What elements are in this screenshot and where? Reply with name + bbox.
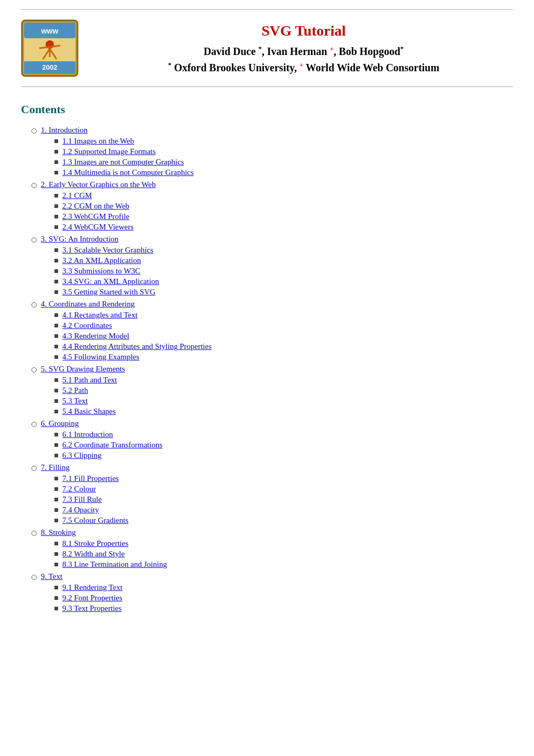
toc-sub-item-6-1: 6.1 Introduction [54,430,513,439]
toc-item-3: 3. SVG: An Introduction 3.1 Scalable Vec… [31,235,513,297]
toc-link-8-3[interactable]: 8.3 Line Termination and Joining [62,560,167,569]
toc-link-5-4[interactable]: 5.4 Basic Shapes [62,407,116,416]
author-sep1: , Ivan Herman [262,46,330,57]
toc-link-2-2[interactable]: 2.2 CGM on the Web [62,202,129,211]
toc-link-3[interactable]: 3. SVG: An Introduction [41,235,118,244]
toc-link-3-5[interactable]: 3.5 Getting Started with SVG [62,288,155,297]
square-icon [54,552,58,556]
toc-link-3-4[interactable]: 3.4 SVG: an XML Application [62,277,159,286]
toc-link-9-3[interactable]: 9.3 Text Properties [62,604,121,613]
toc-link-2[interactable]: 2. Early Vector Graphics on the Web [41,180,155,189]
toc-link-1[interactable]: 1. Introduction [41,126,87,135]
toc-link-3-1[interactable]: 3.1 Scalable Vector Graphics [62,246,153,255]
toc-link-7[interactable]: 7. Filling [41,463,70,472]
toc-sub-item-9-1: 9.1 Rendering Text [54,583,513,592]
circle-icon-7 [31,466,37,471]
circle-icon-9 [31,575,37,580]
toc-sub-item-8-1: 8.1 Stroke Properties [54,539,513,548]
author1-name: David Duce [204,46,258,57]
toc-sub-item-1-2: 1.2 Supported Image Formats [54,147,513,156]
toc-item-8: 8. Stroking 8.1 Stroke Properties 8.2 Wi… [31,528,513,569]
toc-link-5-1[interactable]: 5.1 Path and Text [62,376,117,385]
square-icon [54,519,58,522]
toc-link-6-3[interactable]: 6.3 Clipping [62,451,102,460]
toc-sub-item-3-4: 3.4 SVG: an XML Application [54,277,513,286]
toc-link-7-1[interactable]: 7.1 Fill Properties [62,474,119,483]
toc-link-6-2[interactable]: 6.2 Coordinate Transformations [62,441,162,450]
toc-link-5-3[interactable]: 5.3 Text [62,397,88,406]
author3-sup: * [400,45,404,52]
toc-sub-1: 1.1 Images on the Web 1.2 Supported Imag… [54,137,513,177]
toc-sub-item-2-3: 2.3 WebCGM Profile [54,212,513,221]
toc-link-4[interactable]: 4. Coordinates and Rendering [41,300,135,309]
toc-link-9[interactable]: 9. Text [41,572,62,581]
toc-link-4-2[interactable]: 4.2 Coordinates [62,321,112,330]
toc-level1-row-4: 4. Coordinates and Rendering [31,300,513,309]
circle-icon-1 [31,128,37,134]
toc-link-1-1[interactable]: 1.1 Images on the Web [62,137,134,146]
circle-icon-2 [31,183,37,188]
square-icon [54,443,58,447]
toc-link-5[interactable]: 5. SVG Drawing Elements [41,365,125,374]
toc-link-2-3[interactable]: 2.3 WebCGM Profile [62,212,129,221]
square-icon [54,355,58,359]
toc-link-8-1[interactable]: 8.1 Stroke Properties [62,539,128,548]
toc-link-6[interactable]: 6. Grouping [41,419,79,428]
contents-title: Contents [21,103,513,116]
toc-link-7-5[interactable]: 7.5 Colour Gradients [62,516,128,525]
toc-link-9-2[interactable]: 9.2 Font Properties [62,594,123,602]
toc-link-7-2[interactable]: 7.2 Colour [62,485,96,494]
page-header: www 2002 SVG Tutorial David Duce *, Ivan… [0,10,534,86]
toc-link-2-1[interactable]: 2.1 CGM [62,191,92,200]
square-icon [54,324,58,327]
toc-link-8-2[interactable]: 8.2 Width and Style [62,550,125,558]
toc-sub-item-5-3: 5.3 Text [54,397,513,406]
square-icon [54,477,58,480]
toc-link-6-1[interactable]: 6.1 Introduction [62,430,113,439]
square-icon [54,194,58,198]
toc-link-5-2[interactable]: 5.2 Path [62,386,88,395]
toc-link-4-1[interactable]: 4.1 Rectangles and Text [62,311,138,320]
toc-level1-row-2: 2. Early Vector Graphics on the Web [31,180,513,189]
toc-sub-item-3-3: 3.3 Submissions to W3C [54,267,513,276]
square-icon [54,313,58,317]
toc-link-4-5[interactable]: 4.5 Following Examples [62,353,139,361]
toc-sub-6: 6.1 Introduction 6.2 Coordinate Transfor… [54,430,513,460]
square-icon [54,280,58,283]
square-icon [54,607,58,610]
toc-link-3-2[interactable]: 3.2 An XML Application [62,256,141,265]
square-icon [54,171,58,174]
header-text-block: SVG Tutorial David Duce *, Ivan Herman +… [94,23,513,73]
toc-sub-item-1-4: 1.4 Multimedia is not Computer Graphics [54,168,513,177]
square-icon [54,487,58,491]
circle-icon-4 [31,302,37,308]
toc-item-9: 9. Text 9.1 Rendering Text 9.2 Font Prop… [31,572,513,613]
toc-link-1-4[interactable]: 1.4 Multimedia is not Computer Graphics [62,168,194,177]
square-icon [54,160,58,164]
toc-link-7-4[interactable]: 7.4 Opacity [62,506,99,514]
toc-level1-row-1: 1. Introduction [31,126,513,135]
toc-sub-item-7-2: 7.2 Colour [54,485,513,494]
square-icon [54,150,58,154]
toc-link-2-4[interactable]: 2.4 WebCGM Viewers [62,223,134,232]
toc-item-4: 4. Coordinates and Rendering 4.1 Rectang… [31,300,513,361]
toc-link-7-3[interactable]: 7.3 Fill Rule [62,495,102,504]
toc-link-4-3[interactable]: 4.3 Rendering Model [62,332,129,341]
toc-sub-item-1-1: 1.1 Images on the Web [54,137,513,146]
toc-sub-item-9-2: 9.2 Font Properties [54,594,513,602]
toc-link-9-1[interactable]: 9.1 Rendering Text [62,583,123,592]
square-icon [54,139,58,143]
toc-link-4-4[interactable]: 4.4 Rendering Attributes and Styling Pro… [62,342,212,351]
square-icon [54,269,58,273]
toc-sub-item-2-4: 2.4 WebCGM Viewers [54,223,513,232]
square-icon [54,596,58,600]
toc-link-1-3[interactable]: 1.3 Images are not Computer Graphics [62,158,184,167]
square-icon [54,225,58,229]
toc-sub-item-4-3: 4.3 Rendering Model [54,332,513,341]
toc-link-3-3[interactable]: 3.3 Submissions to W3C [62,267,140,276]
toc-sub-item-8-2: 8.2 Width and Style [54,550,513,558]
toc-sub-item-1-3: 1.3 Images are not Computer Graphics [54,158,513,167]
toc-level1-row-7: 7. Filling [31,463,513,472]
toc-link-8[interactable]: 8. Stroking [41,528,76,537]
toc-link-1-2[interactable]: 1.2 Supported Image Formats [62,147,155,156]
